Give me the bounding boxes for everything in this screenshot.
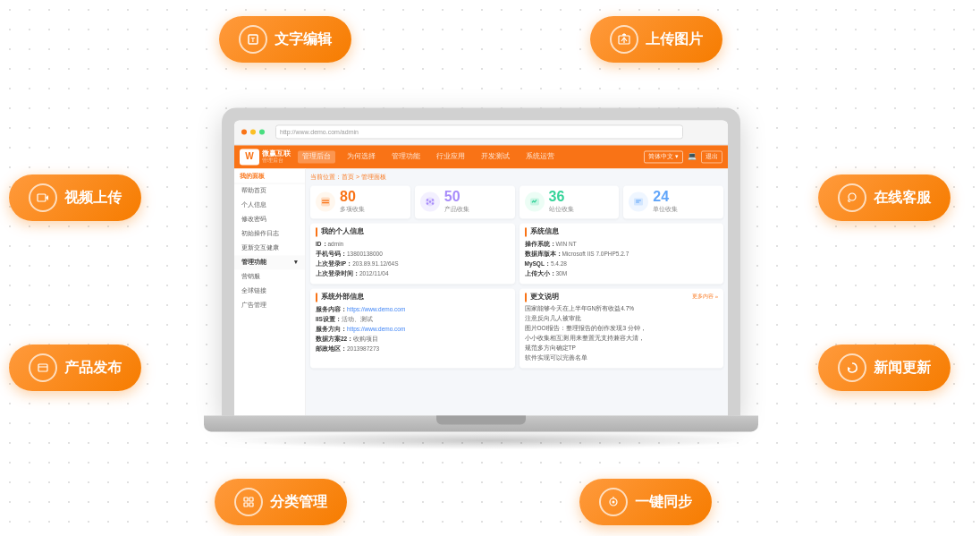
svg-rect-20 bbox=[322, 202, 329, 203]
sidebar-manage-group[interactable]: 管理功能 ▾ bbox=[234, 255, 305, 269]
url-bar[interactable]: http://www.demo.com/admin bbox=[275, 124, 683, 139]
stat-card-3: 24 单位收集 bbox=[623, 185, 723, 218]
dot-close bbox=[241, 129, 247, 134]
news-more[interactable]: 更多内容 » bbox=[692, 294, 718, 302]
news-card: 更文说明 更多内容 » 国家能够今天在上半年GN所有收益4.7% 注意反向几人被… bbox=[520, 288, 724, 369]
nav-link-4[interactable]: 开发测试 bbox=[477, 150, 514, 163]
news-item-3: 小小收集相互测 用来整置无支持兼容大清， bbox=[525, 335, 719, 343]
feature-upload-image[interactable]: 上传图片 bbox=[590, 16, 722, 63]
svg-rect-5 bbox=[38, 194, 46, 201]
dot-maximize bbox=[259, 129, 265, 134]
laptop-base bbox=[204, 415, 758, 431]
online-service-icon bbox=[838, 183, 866, 212]
sidebar-item-password[interactable]: 修改密码 bbox=[234, 212, 305, 226]
stat-label-3: 单位收集 bbox=[653, 206, 678, 214]
stats-row: 80 多项收集 bbox=[310, 185, 723, 218]
logo-area: W 微赢互联 管理后台 bbox=[240, 149, 291, 165]
stat-icon-2 bbox=[525, 191, 545, 211]
stat-info-1: 50 产品收集 bbox=[444, 190, 469, 214]
svg-rect-13 bbox=[244, 503, 248, 506]
stat-icon-3 bbox=[629, 191, 648, 211]
bottom-row: 系统外部信息 服务内容：https://www.demo.com IIS设置：活… bbox=[310, 288, 723, 369]
sidebar-item-links[interactable]: 全球链接 bbox=[234, 284, 305, 298]
url-text: http://www.demo.com/admin bbox=[280, 129, 359, 135]
laptop-outer: http://www.demo.com/admin W 微赢互联 管理后台 管理… bbox=[222, 107, 740, 415]
lang-selector[interactable]: 简体中文 ▾ bbox=[644, 150, 683, 163]
stat-info-2: 36 站位收集 bbox=[549, 190, 574, 214]
svg-rect-12 bbox=[249, 498, 253, 501]
svg-point-16 bbox=[612, 501, 615, 504]
video-upload-icon bbox=[29, 183, 57, 212]
svg-rect-18 bbox=[321, 197, 330, 206]
logo-letter: W bbox=[245, 151, 253, 161]
stat-icon-0 bbox=[316, 191, 335, 211]
stat-num-3: 24 bbox=[653, 190, 678, 204]
svg-text:T: T bbox=[251, 37, 256, 43]
laptop-shadow bbox=[231, 431, 749, 449]
nav-logout-btn[interactable]: 退出 bbox=[701, 150, 722, 163]
info-row: 我的个人信息 ID：admin 手机号码：13800138000 上次登录IP：… bbox=[310, 223, 723, 284]
external-info-card: 系统外部信息 服务内容：https://www.demo.com IIS设置：活… bbox=[310, 288, 515, 369]
news-item-1: 注意反向几人被审批 bbox=[525, 314, 719, 322]
svg-point-25 bbox=[432, 202, 434, 204]
nav-monitor-icon[interactable]: 💻 bbox=[688, 152, 697, 160]
ext-line-2: 服务方向：https://www.demo.com bbox=[316, 326, 510, 334]
app-navbar: W 微赢互联 管理后台 管理后台 为何选择 管理功能 行业应用 开发测试 系统运… bbox=[234, 145, 728, 168]
sidebar-item-marketing[interactable]: 营销服 bbox=[234, 269, 305, 284]
main-content: 当前位置：首页 > 管理面板 bbox=[306, 168, 728, 415]
info-line-2: 上次登录IP：203.89.91.12/64S bbox=[316, 259, 510, 268]
feature-product-publish[interactable]: 产品发布 bbox=[9, 345, 141, 391]
nav-link-5[interactable]: 系统运营 bbox=[521, 150, 559, 163]
sidebar-item-profile[interactable]: 个人信息 bbox=[234, 198, 305, 212]
info-line-1: 手机号码：13800138000 bbox=[316, 250, 510, 258]
news-item-5: 软件实现可以完善名单 bbox=[525, 354, 719, 362]
breadcrumb: 当前位置：首页 > 管理面板 bbox=[310, 173, 723, 182]
nav-link-active[interactable]: 管理后台 bbox=[298, 150, 335, 163]
sys-line-3: 上传大小：30M bbox=[525, 269, 719, 277]
nav-link-2[interactable]: 管理功能 bbox=[387, 150, 425, 163]
personal-info-title: 我的个人信息 bbox=[316, 227, 510, 236]
svg-point-26 bbox=[429, 200, 431, 202]
brand-tagline: 管理后台 bbox=[262, 157, 291, 163]
stat-label-1: 产品收集 bbox=[444, 206, 469, 214]
sidebar-item-ads[interactable]: 广告管理 bbox=[234, 298, 305, 312]
logo-box: W bbox=[240, 149, 259, 165]
feature-news-update[interactable]: 新闻更新 bbox=[818, 345, 950, 391]
nav-link-1[interactable]: 为何选择 bbox=[342, 150, 380, 163]
laptop-screen: http://www.demo.com/admin W 微赢互联 管理后台 管理… bbox=[234, 120, 728, 415]
browser-topbar: http://www.demo.com/admin bbox=[234, 120, 728, 145]
system-info-title: 系统信息 bbox=[525, 227, 719, 236]
feature-one-key-sync[interactable]: 一键同步 bbox=[579, 479, 712, 525]
svg-point-7 bbox=[849, 193, 856, 200]
sidebar-item-home[interactable]: 帮助首页 bbox=[234, 183, 305, 198]
svg-rect-19 bbox=[322, 200, 329, 200]
sys-line-0: 操作系统：WIN NT bbox=[525, 240, 719, 248]
feature-online-service[interactable]: 在线客服 bbox=[818, 174, 950, 221]
sidebar-item-update[interactable]: 更新交互健康 bbox=[234, 241, 305, 255]
stat-label-2: 站位收集 bbox=[549, 206, 574, 214]
stat-icon-1 bbox=[420, 191, 440, 211]
nav-link-3[interactable]: 行业应用 bbox=[432, 150, 469, 163]
news-item-4: 规范多方向确定TP bbox=[525, 345, 719, 353]
sys-line-1: 数据库版本：Microsoft IIS 7.0PHP5.2.7 bbox=[525, 250, 719, 258]
stat-card-2: 36 站位收集 bbox=[520, 185, 620, 218]
sidebar-section-panel: 我的面板 bbox=[234, 168, 305, 183]
svg-rect-29 bbox=[636, 200, 641, 200]
ext-line-1: IIS设置：活动、测试 bbox=[316, 315, 510, 323]
svg-rect-8 bbox=[38, 364, 47, 371]
svg-point-22 bbox=[427, 199, 428, 200]
info-line-0: ID：admin bbox=[316, 240, 510, 248]
feature-text-edit[interactable]: T 文字编辑 bbox=[219, 16, 351, 63]
svg-rect-11 bbox=[244, 498, 248, 501]
external-info-title: 系统外部信息 bbox=[316, 293, 510, 302]
nav-right: 简体中文 ▾ 💻 退出 bbox=[644, 150, 722, 163]
feature-category-manage[interactable]: 分类管理 bbox=[215, 479, 347, 525]
news-item-0: 国家能够今天在上半年GN所有收益4.7% bbox=[525, 304, 719, 312]
upload-image-icon bbox=[610, 25, 638, 54]
feature-video-upload[interactable]: 视频上传 bbox=[9, 174, 141, 221]
stat-info-0: 80 多项收集 bbox=[340, 190, 365, 214]
stat-label-0: 多项收集 bbox=[340, 206, 365, 214]
svg-rect-30 bbox=[636, 201, 639, 202]
brand-name: 微赢互联 bbox=[262, 150, 291, 157]
sidebar-item-log[interactable]: 初始操作日志 bbox=[234, 226, 305, 241]
